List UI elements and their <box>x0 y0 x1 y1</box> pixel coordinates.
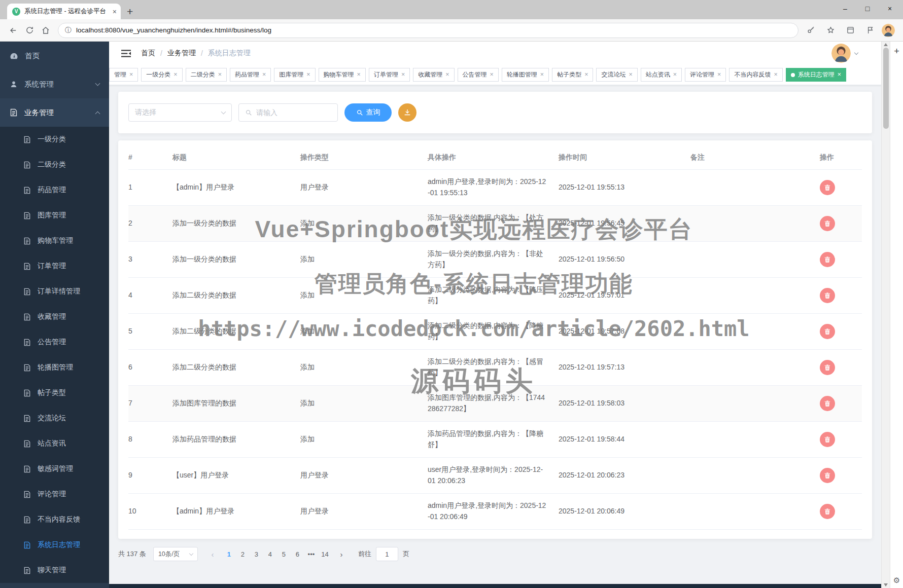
bookmarks-flag-icon[interactable] <box>862 22 878 39</box>
query-button[interactable]: 查询 <box>344 103 392 122</box>
view-tab[interactable]: 药品管理 × <box>230 68 271 82</box>
browser-profile-avatar[interactable] <box>882 24 895 37</box>
tab-close-icon[interactable]: × <box>262 71 266 78</box>
favorite-star-icon[interactable] <box>822 22 839 39</box>
tab-close-icon[interactable]: × <box>129 71 133 78</box>
sidebar-subitem[interactable]: 订单管理 <box>0 253 109 279</box>
delete-button[interactable] <box>820 252 835 267</box>
delete-button[interactable] <box>820 432 835 447</box>
export-button[interactable] <box>398 103 416 122</box>
view-tab[interactable]: 评论管理 × <box>685 68 726 82</box>
page-scrollbar[interactable] <box>881 42 890 588</box>
tab-close-icon[interactable]: × <box>584 71 588 78</box>
url-bar[interactable]: ⓘ localhost:8080/vue_yuanchenghuizhen/in… <box>58 23 798 38</box>
browser-tab-close-icon[interactable]: × <box>113 8 117 15</box>
breadcrumb-business[interactable]: 业务管理 <box>167 49 196 58</box>
window-minimize-button[interactable]: – <box>834 5 856 13</box>
page-number-button[interactable]: 1 <box>222 547 236 561</box>
sidebar-subitem[interactable]: 公告管理 <box>0 329 109 355</box>
sidebar-subitem[interactable]: 药品管理 <box>0 177 109 203</box>
sidebar-subitem[interactable]: 一级分类 <box>0 127 109 152</box>
tab-close-icon[interactable]: × <box>173 71 177 78</box>
sidebar-subitem[interactable]: 交流论坛 <box>0 406 109 431</box>
scroll-down-icon[interactable] <box>884 583 888 586</box>
page-ellipsis[interactable]: ••• <box>304 547 318 561</box>
tab-close-icon[interactable]: × <box>838 71 841 78</box>
page-size-select[interactable]: 10条/页 <box>153 547 198 561</box>
sidebar-subitem[interactable]: 评论管理 <box>0 482 109 507</box>
key-icon[interactable] <box>803 22 819 39</box>
tab-close-icon[interactable]: × <box>774 71 777 78</box>
page-number-button[interactable]: 2 <box>236 547 250 561</box>
sidebar-item-home[interactable]: 首页 <box>0 42 109 70</box>
delete-button[interactable] <box>820 396 835 411</box>
user-avatar[interactable] <box>831 44 851 63</box>
view-tab[interactable]: 公告管理 × <box>458 68 499 82</box>
sidebar-subitem[interactable]: 不当内容反馈 <box>0 507 109 532</box>
sidebar-add-button[interactable]: + <box>894 47 899 56</box>
tab-close-icon[interactable]: × <box>540 71 544 78</box>
page-number-button[interactable]: 14 <box>318 547 332 561</box>
home-icon[interactable] <box>38 22 54 39</box>
sidebar-subitem[interactable]: 轮播图管理 <box>0 355 109 380</box>
new-tab-button[interactable]: + <box>127 6 133 17</box>
tab-close-icon[interactable]: × <box>401 71 405 78</box>
collapse-menu-icon[interactable] <box>121 49 131 58</box>
site-info-icon[interactable]: ⓘ <box>65 26 72 35</box>
sidebar-subitem[interactable]: 站点资讯 <box>0 431 109 456</box>
view-tab[interactable]: 一级分类 × <box>141 68 182 82</box>
tab-close-icon[interactable]: × <box>445 71 449 78</box>
view-tab[interactable]: 站点资讯 × <box>641 68 682 82</box>
view-tab[interactable]: 收藏管理 × <box>413 68 454 82</box>
page-number-button[interactable]: 3 <box>250 547 263 561</box>
tab-close-icon[interactable]: × <box>717 71 721 78</box>
settings-gear-icon[interactable]: ⚙ <box>893 576 900 584</box>
sidebar-subitem[interactable]: 敏感词管理 <box>0 456 109 482</box>
filter-select[interactable]: 请选择 <box>128 103 232 122</box>
view-tab[interactable]: 交流论坛 × <box>596 68 637 82</box>
topbar-user[interactable] <box>831 44 869 63</box>
sidebar-subitem[interactable]: 收藏管理 <box>0 304 109 329</box>
page-number-button[interactable]: 5 <box>277 547 291 561</box>
sidebar-subitem[interactable]: 聊天管理 <box>0 558 109 583</box>
delete-button[interactable] <box>820 180 835 195</box>
view-tab[interactable]: 图库管理 × <box>274 68 315 82</box>
tab-close-icon[interactable]: × <box>629 71 632 78</box>
view-tab[interactable]: 轮播图管理 × <box>502 68 549 82</box>
sidebar-subitem[interactable]: 订单详情管理 <box>0 279 109 304</box>
sidebar-subitem[interactable]: 二级分类 <box>0 152 109 177</box>
page-number-button[interactable]: 4 <box>263 547 277 561</box>
browser-tab[interactable]: V 系统日志管理 - 远程会诊平台 × <box>7 4 121 19</box>
delete-button[interactable] <box>820 504 835 519</box>
tab-close-icon[interactable]: × <box>218 71 222 78</box>
delete-button[interactable] <box>820 360 835 375</box>
window-close-button[interactable]: × <box>879 5 901 13</box>
tab-collections-icon[interactable] <box>842 22 858 39</box>
delete-button[interactable] <box>820 468 835 483</box>
next-page-button[interactable]: › <box>335 550 348 559</box>
sidebar-subitem[interactable]: 图库管理 <box>0 203 109 228</box>
window-maximize-button[interactable]: □ <box>856 5 879 13</box>
delete-button[interactable] <box>820 324 835 339</box>
reload-icon[interactable] <box>21 22 38 39</box>
page-number-button[interactable]: 6 <box>291 547 304 561</box>
view-tab[interactable]: 管理 × <box>109 68 138 82</box>
sidebar-subitem[interactable]: 系统日志管理 <box>0 532 109 558</box>
back-icon[interactable] <box>5 22 21 39</box>
sidebar-item-business[interactable]: 业务管理 <box>0 98 109 127</box>
view-tab[interactable]: 帖子类型 × <box>552 68 593 82</box>
view-tab[interactable]: 系统日志管理 × <box>786 68 846 82</box>
view-tab[interactable]: 订单管理 × <box>369 68 410 82</box>
sidebar-item-system[interactable]: 系统管理 <box>0 70 109 98</box>
sidebar-subitem[interactable]: 购物车管理 <box>0 228 109 253</box>
scroll-up-icon[interactable] <box>884 43 888 46</box>
tab-close-icon[interactable]: × <box>490 71 494 78</box>
jump-page-input[interactable] <box>376 547 398 561</box>
view-tab[interactable]: 二级分类 × <box>186 68 227 82</box>
delete-button[interactable] <box>820 288 835 303</box>
scrollbar-thumb[interactable] <box>883 48 889 129</box>
tab-close-icon[interactable]: × <box>673 71 677 78</box>
view-tab[interactable]: 购物车管理 × <box>319 68 366 82</box>
tab-close-icon[interactable]: × <box>306 71 310 78</box>
prev-page-button[interactable]: ‹ <box>206 550 219 559</box>
